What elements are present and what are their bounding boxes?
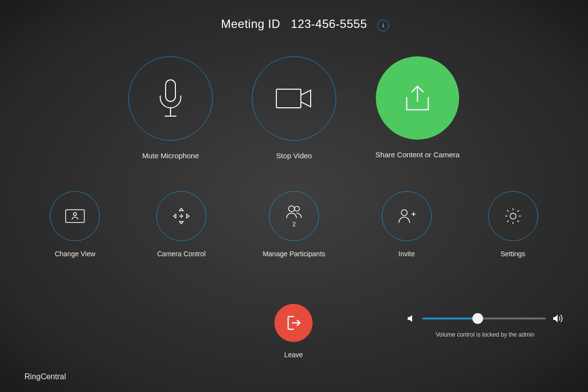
- volume-fill: [422, 318, 478, 319]
- mute-microphone-button[interactable]: Mute Microphone: [128, 56, 213, 160]
- info-icon: i: [382, 22, 384, 29]
- leave-label: Leave: [284, 351, 303, 359]
- settings-button[interactable]: Settings: [488, 191, 538, 258]
- leave-icon: [285, 315, 302, 331]
- mute-label: Mute Microphone: [142, 151, 199, 160]
- camera-control-label: Camera Control: [157, 250, 206, 258]
- svg-point-9: [294, 206, 299, 211]
- share-label: Share Content or Camera: [375, 150, 460, 159]
- gear-icon: [504, 207, 522, 225]
- stop-video-button[interactable]: Stop Video: [252, 56, 336, 160]
- invite-label: Invite: [398, 250, 415, 258]
- svg-rect-4: [66, 210, 84, 222]
- meeting-info-button[interactable]: i: [377, 20, 389, 31]
- participant-count: 2: [293, 221, 296, 228]
- participants-icon: [285, 204, 303, 219]
- volume-thumb[interactable]: [472, 313, 483, 324]
- change-view-label: Change View: [55, 250, 96, 258]
- meeting-id-label: Meeting ID: [221, 17, 280, 30]
- volume-control[interactable]: Volume control is locked by the admin: [407, 314, 564, 338]
- meeting-header: Meeting ID 123-456-5555: [0, 17, 588, 31]
- microphone-icon: [157, 79, 184, 118]
- manage-participants-button[interactable]: 2 Manage Participants: [263, 191, 325, 258]
- invite-icon: [397, 208, 416, 224]
- volume-high-icon: [553, 314, 564, 323]
- svg-point-8: [289, 206, 294, 212]
- share-content-button[interactable]: Share Content or Camera: [375, 56, 460, 160]
- share-icon: [402, 83, 433, 113]
- view-icon: [65, 209, 85, 223]
- svg-point-10: [401, 210, 407, 216]
- volume-low-icon: [407, 314, 416, 323]
- svg-rect-0: [166, 80, 175, 101]
- volume-track[interactable]: [422, 318, 546, 319]
- svg-point-5: [74, 213, 76, 216]
- participants-label: Manage Participants: [263, 250, 325, 258]
- brand-label: RingCentral: [24, 372, 66, 381]
- settings-label: Settings: [501, 250, 526, 258]
- meeting-id-value: 123-456-5555: [291, 17, 367, 30]
- svg-point-13: [510, 213, 516, 219]
- svg-rect-3: [276, 89, 301, 108]
- camera-icon: [274, 86, 314, 111]
- invite-button[interactable]: Invite: [382, 191, 432, 258]
- volume-lock-note: Volume control is locked by the admin: [407, 331, 564, 338]
- pan-icon: [172, 206, 191, 226]
- stop-video-label: Stop Video: [276, 151, 312, 160]
- change-view-button[interactable]: Change View: [50, 191, 100, 258]
- leave-button[interactable]: Leave: [274, 304, 313, 359]
- camera-control-button[interactable]: Camera Control: [156, 191, 206, 258]
